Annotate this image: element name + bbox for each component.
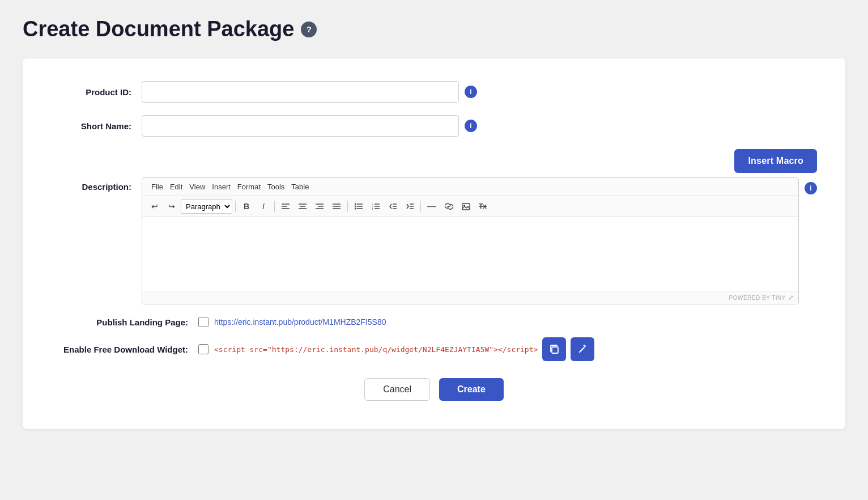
publish-landing-row: Publish Landing Page: https://eric.insta… (51, 317, 817, 327)
align-right-button[interactable] (312, 198, 327, 214)
align-left-button[interactable] (278, 198, 293, 214)
svg-rect-33 (552, 347, 558, 353)
short-name-input[interactable] (142, 115, 459, 137)
align-center-button[interactable] (295, 198, 310, 214)
align-justify-button[interactable] (329, 198, 344, 214)
page-help-icon[interactable]: ? (301, 22, 317, 37)
edit-script-button[interactable] (571, 337, 594, 361)
italic-button[interactable]: I (256, 198, 271, 214)
editor-menu-tools[interactable]: Tools (264, 181, 288, 192)
image-button[interactable] (458, 198, 474, 214)
free-download-script: <script src="https://eric.instant.pub/q/… (214, 345, 538, 354)
publish-landing-label: Publish Landing Page: (51, 317, 198, 327)
product-id-row: Product ID: i (51, 81, 817, 103)
page-title: Create Document Package (23, 17, 294, 41)
product-id-input[interactable] (142, 81, 459, 103)
toolbar-sep-4 (420, 201, 421, 212)
indent-button[interactable] (402, 198, 418, 214)
link-button[interactable] (441, 198, 457, 214)
undo-button[interactable]: ↩ (147, 198, 163, 214)
bullet-list-button[interactable] (351, 198, 367, 214)
free-download-row: Enable Free Download Widget: <script src… (51, 337, 817, 361)
editor-menu-table[interactable]: Table (288, 181, 312, 192)
redo-button[interactable]: ↪ (164, 198, 180, 214)
editor-menu-format[interactable]: Format (234, 181, 264, 192)
short-name-info-icon[interactable]: i (465, 120, 477, 132)
copy-script-button[interactable] (542, 337, 566, 361)
toolbar-sep-1 (235, 201, 236, 212)
free-download-label: Enable Free Download Widget: (51, 345, 198, 354)
paragraph-select[interactable]: Paragraph Heading 1 Heading 2 Heading 3 (181, 199, 232, 214)
powered-by-label: POWERED BY TINY (729, 295, 786, 301)
editor-menu-view[interactable]: View (186, 181, 209, 192)
product-id-label: Product ID: (51, 87, 142, 97)
svg-point-16 (355, 208, 356, 210)
editor-toolbar: ↩ ↪ Paragraph Heading 1 Heading 2 Headin… (142, 196, 798, 217)
form-actions: Cancel Create (51, 378, 817, 401)
svg-point-32 (463, 205, 465, 206)
clear-format-button[interactable]: Tx (475, 198, 491, 214)
hr-button[interactable]: — (424, 198, 440, 214)
page-title-container: Create Document Package ? (23, 17, 845, 41)
free-download-checkbox[interactable] (198, 344, 209, 354)
description-editor[interactable]: File Edit View Insert Format Tools Table… (142, 177, 799, 304)
editor-menu-insert[interactable]: Insert (209, 181, 234, 192)
editor-menu-file[interactable]: File (148, 181, 167, 192)
description-info-icon[interactable]: i (805, 182, 817, 194)
insert-macro-button[interactable]: Insert Macro (734, 149, 817, 173)
bold-button[interactable]: B (239, 198, 254, 214)
resize-icon: ⤢ (788, 294, 794, 302)
description-content-area[interactable] (142, 217, 798, 291)
create-button[interactable]: Create (439, 378, 504, 401)
editor-menubar: File Edit View Insert Format Tools Table (142, 178, 798, 196)
svg-text:3.: 3. (372, 207, 373, 210)
svg-line-30 (448, 206, 450, 207)
toolbar-sep-3 (347, 201, 348, 212)
short-name-row: Short Name: i (51, 115, 817, 137)
editor-footer: POWERED BY TINY ⤢ (142, 291, 798, 304)
short-name-label: Short Name: (51, 121, 142, 131)
toolbar-sep-2 (274, 201, 275, 212)
product-id-info-icon[interactable]: i (465, 86, 477, 98)
cancel-button[interactable]: Cancel (364, 378, 430, 401)
description-editor-wrapper: File Edit View Insert Format Tools Table… (142, 177, 817, 304)
form-card: Product ID: i Short Name: i Insert Macro… (23, 58, 845, 429)
numbered-list-button[interactable]: 1.2.3. (368, 198, 384, 214)
svg-point-12 (355, 204, 356, 205)
description-row: Description: File Edit View Insert Forma… (51, 177, 817, 304)
publish-landing-url[interactable]: https://eric.instant.pub/product/M1MHZB2… (214, 317, 386, 327)
description-label: Description: (51, 177, 142, 192)
insert-macro-row: Insert Macro (51, 149, 817, 173)
svg-point-14 (355, 206, 356, 207)
outdent-button[interactable] (385, 198, 401, 214)
publish-landing-checkbox[interactable] (198, 317, 209, 327)
editor-menu-edit[interactable]: Edit (167, 181, 186, 192)
